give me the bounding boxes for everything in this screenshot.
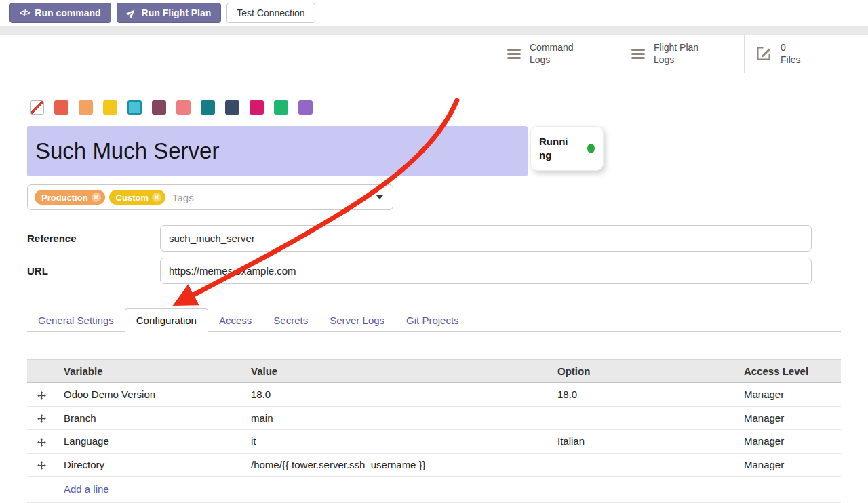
run-flight-plan-label: Run Flight Plan (142, 7, 212, 18)
url-label: URL (27, 258, 48, 284)
notebook-tabs: General Settings Configuration Access Se… (27, 308, 841, 332)
tag-production-label: Production (41, 193, 88, 203)
tab-configuration[interactable]: Configuration (125, 308, 208, 332)
add-line-row: Add a line (27, 477, 841, 503)
divider-strip (0, 26, 868, 35)
bars-icon (507, 49, 521, 59)
server-name-input[interactable] (27, 126, 528, 176)
edit-pencil-icon (755, 45, 772, 62)
files-button[interactable]: 0 Files (744, 35, 868, 73)
color-swatch-magenta[interactable] (250, 100, 264, 115)
test-connection-button[interactable]: Test Connection (226, 3, 315, 23)
status-card: Running (530, 126, 604, 171)
dropdown-caret-icon[interactable] (376, 195, 383, 199)
access-level-cell[interactable]: Manager (736, 406, 841, 430)
handle-column-header (27, 360, 56, 383)
code-icon: </> (20, 8, 29, 18)
command-logs-button[interactable]: Command Logs (496, 35, 620, 73)
reference-label: Reference (27, 225, 77, 252)
variable-cell[interactable]: Language (56, 430, 243, 454)
variable-cell[interactable]: Directory (56, 453, 243, 477)
remove-tag-icon[interactable] (92, 193, 101, 202)
table-row: Directory /home/{{ tower.server.ssh_user… (27, 453, 841, 477)
command-logs-label-line2: Logs (530, 54, 550, 65)
option-cell[interactable] (549, 453, 736, 477)
run-command-label: Run command (35, 7, 100, 18)
value-cell[interactable]: 18.0 (243, 383, 549, 407)
flight-plan-logs-label-line1: Flight Plan (654, 42, 698, 53)
table-header-row: Variable Value Option Access Level (27, 360, 841, 383)
tab-git-projects[interactable]: Git Projects (395, 308, 470, 332)
variables-table: Variable Value Option Access Level Odoo … (27, 359, 841, 503)
color-swatch-purple[interactable] (298, 100, 313, 115)
url-input[interactable] (160, 258, 812, 284)
color-swatch-green[interactable] (274, 100, 288, 115)
files-count: 0 (781, 42, 786, 53)
remove-tag-icon[interactable] (152, 193, 161, 202)
tags-input[interactable]: Production Custom Tags (27, 184, 393, 210)
drag-handle-icon[interactable] (27, 383, 56, 407)
add-a-line-link[interactable]: Add a line (64, 483, 109, 495)
variable-column-header: Variable (56, 360, 243, 383)
color-palette (30, 100, 313, 115)
flight-plan-logs-label-line2: Logs (654, 54, 674, 65)
access-level-cell[interactable]: Manager (736, 430, 841, 454)
color-swatch-dark-purple[interactable] (152, 100, 166, 115)
stat-button-bar: Command Logs Flight Plan Logs 0 Files (0, 35, 868, 73)
tag-production[interactable]: Production (35, 190, 105, 205)
drag-handle-icon[interactable] (27, 406, 56, 430)
status-running-dot-icon (587, 144, 595, 153)
value-cell[interactable]: it (243, 430, 549, 454)
run-flight-plan-button[interactable]: Run Flight Plan (117, 3, 222, 23)
color-swatch-cyan-selected[interactable] (127, 100, 142, 115)
variable-cell[interactable]: Branch (56, 406, 243, 430)
tags-placeholder: Tags (172, 192, 194, 203)
action-toolbar: </> Run command Run Flight Plan Test Con… (0, 0, 868, 26)
color-swatch-salmon[interactable] (176, 100, 191, 115)
access-level-column-header: Access Level (736, 360, 841, 383)
table-row: Branch main Manager (27, 406, 841, 430)
option-column-header: Option (549, 360, 736, 383)
drag-handle-icon[interactable] (27, 453, 56, 477)
tab-secrets[interactable]: Secrets (262, 308, 319, 332)
reference-input[interactable] (160, 225, 812, 252)
tag-custom-label: Custom (116, 193, 149, 203)
access-level-cell[interactable]: Manager (736, 453, 841, 477)
run-command-button[interactable]: </> Run command (9, 3, 111, 23)
files-label: Files (781, 54, 801, 65)
tab-server-logs[interactable]: Server Logs (319, 308, 395, 332)
flight-plan-logs-button[interactable]: Flight Plan Logs (620, 35, 744, 73)
color-swatch-red[interactable] (54, 100, 68, 115)
option-cell[interactable] (549, 406, 736, 430)
command-logs-label-line1: Command (530, 42, 574, 53)
server-form-page: </> Run command Run Flight Plan Test Con… (0, 0, 868, 503)
value-column-header: Value (243, 360, 549, 383)
status-label: Running (539, 135, 571, 163)
tag-custom[interactable]: Custom (109, 190, 165, 205)
option-cell[interactable]: Italian (549, 430, 736, 454)
color-swatch-yellow[interactable] (103, 100, 117, 115)
option-cell[interactable]: 18.0 (549, 383, 736, 407)
tab-general-settings[interactable]: General Settings (27, 308, 125, 332)
table-row: Language it Italian Manager (27, 430, 841, 454)
access-level-cell[interactable]: Manager (736, 383, 841, 407)
tab-access[interactable]: Access (208, 308, 262, 332)
color-swatch-orange[interactable] (79, 100, 93, 115)
color-swatch-navy[interactable] (225, 100, 239, 115)
paper-plane-icon (127, 8, 136, 18)
bars-icon (631, 49, 645, 59)
variable-cell[interactable]: Odoo Demo Version (56, 383, 243, 407)
color-swatch-teal[interactable] (201, 100, 215, 115)
drag-handle-icon[interactable] (27, 430, 56, 454)
test-connection-label: Test Connection (237, 7, 304, 18)
value-cell[interactable]: main (243, 406, 549, 430)
table-row: Odoo Demo Version 18.0 18.0 Manager (27, 383, 841, 407)
value-cell[interactable]: /home/{{ tower.server.ssh_username }} (243, 453, 549, 477)
color-swatch-no-color[interactable] (30, 100, 44, 115)
